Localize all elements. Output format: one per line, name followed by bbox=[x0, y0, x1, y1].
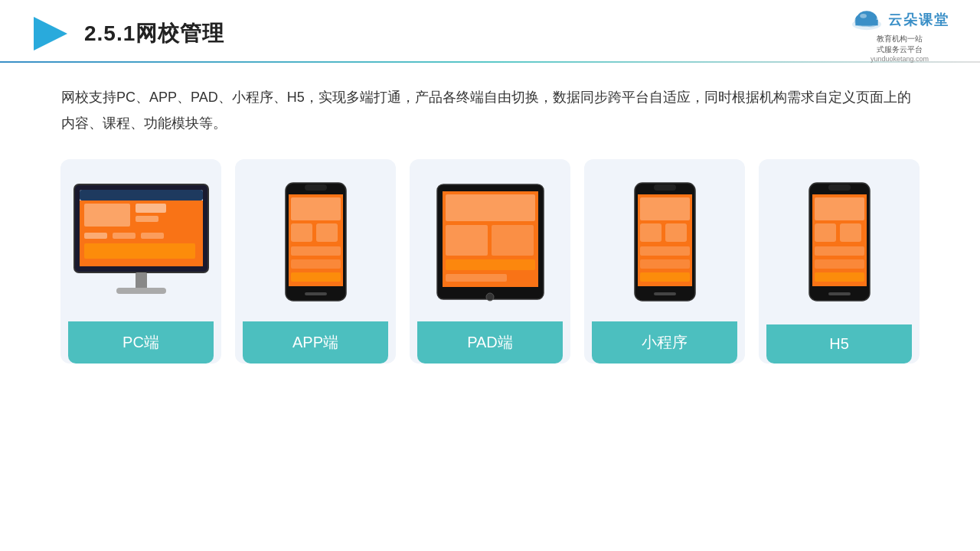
svg-rect-17 bbox=[84, 233, 107, 239]
svg-rect-25 bbox=[305, 184, 327, 191]
svg-point-9 bbox=[860, 14, 867, 18]
card-miniapp-label: 小程序 bbox=[592, 321, 737, 364]
logo-play-icon bbox=[31, 14, 70, 54]
card-app: APP端 bbox=[235, 159, 396, 364]
svg-rect-52 bbox=[654, 292, 676, 295]
svg-rect-38 bbox=[446, 225, 488, 256]
card-pc: PC端 bbox=[60, 159, 221, 364]
svg-rect-18 bbox=[113, 233, 136, 239]
device-cards-container: PC端 APP端 bbox=[0, 136, 980, 364]
card-pad-image bbox=[417, 173, 563, 311]
svg-rect-62 bbox=[828, 292, 851, 295]
svg-point-42 bbox=[486, 293, 494, 301]
svg-rect-32 bbox=[291, 272, 341, 282]
phone-mockup-miniapp-icon bbox=[632, 181, 697, 303]
svg-rect-37 bbox=[446, 194, 535, 221]
svg-rect-20 bbox=[84, 243, 195, 259]
svg-rect-59 bbox=[815, 246, 864, 256]
card-h5-image bbox=[766, 173, 912, 311]
svg-marker-0 bbox=[34, 17, 67, 51]
card-app-label: APP端 bbox=[243, 321, 388, 364]
card-miniapp: 小程序 bbox=[584, 159, 745, 364]
brand-url: yunduoketang.com bbox=[871, 55, 929, 63]
card-miniapp-image bbox=[592, 173, 737, 311]
body-description: 网校支持PC、APP、PAD、小程序、H5，实现多端打通，产品各终端自由切换，数… bbox=[0, 63, 980, 136]
svg-rect-57 bbox=[815, 223, 836, 242]
card-pad: PAD端 bbox=[410, 159, 570, 364]
svg-rect-22 bbox=[116, 288, 166, 294]
svg-rect-19 bbox=[141, 233, 164, 239]
svg-rect-61 bbox=[815, 272, 864, 282]
svg-rect-30 bbox=[291, 246, 341, 256]
card-pc-label: PC端 bbox=[68, 321, 214, 364]
cloud-icon bbox=[850, 8, 884, 32]
svg-rect-47 bbox=[640, 223, 662, 242]
svg-rect-46 bbox=[640, 197, 690, 220]
svg-rect-29 bbox=[316, 223, 338, 242]
svg-rect-41 bbox=[446, 274, 507, 282]
phone-mockup-app-icon bbox=[283, 181, 348, 303]
pc-mockup-icon bbox=[70, 181, 212, 303]
svg-rect-49 bbox=[640, 246, 690, 256]
svg-rect-48 bbox=[665, 223, 687, 242]
svg-rect-56 bbox=[815, 197, 864, 220]
tablet-mockup-icon bbox=[435, 181, 546, 303]
svg-rect-60 bbox=[815, 259, 864, 269]
card-pad-label: PAD端 bbox=[417, 321, 563, 364]
svg-rect-55 bbox=[828, 184, 851, 191]
svg-rect-12 bbox=[80, 190, 203, 201]
svg-rect-51 bbox=[640, 272, 690, 282]
svg-rect-28 bbox=[291, 223, 312, 242]
svg-rect-8 bbox=[855, 20, 877, 25]
svg-rect-16 bbox=[136, 216, 158, 222]
page-title: 2.5.1网校管理 bbox=[84, 19, 224, 48]
brand-name: 云朵课堂 bbox=[888, 11, 949, 29]
svg-rect-21 bbox=[136, 272, 147, 289]
card-h5-label: H5 bbox=[766, 324, 912, 364]
svg-rect-15 bbox=[136, 204, 166, 213]
card-pc-image bbox=[68, 173, 214, 311]
phone-mockup-h5-icon bbox=[807, 181, 872, 303]
svg-rect-50 bbox=[640, 259, 690, 269]
svg-rect-33 bbox=[305, 292, 327, 295]
svg-rect-58 bbox=[840, 223, 861, 242]
svg-rect-45 bbox=[654, 184, 676, 191]
svg-rect-27 bbox=[291, 197, 341, 220]
brand-tagline: 教育机构一站式服务云平台 bbox=[877, 34, 923, 55]
svg-rect-31 bbox=[291, 259, 341, 269]
brand-logo: 云朵课堂 教育机构一站式服务云平台 yunduoketang.com bbox=[850, 8, 949, 63]
svg-rect-39 bbox=[492, 225, 534, 256]
card-app-image bbox=[243, 173, 388, 311]
header: 2.5.1网校管理 云朵课堂 教育机构一站式服务云平台 yunduoketang… bbox=[0, 0, 980, 54]
svg-rect-14 bbox=[84, 204, 130, 227]
svg-rect-40 bbox=[446, 259, 535, 270]
card-h5: H5 bbox=[759, 159, 920, 364]
